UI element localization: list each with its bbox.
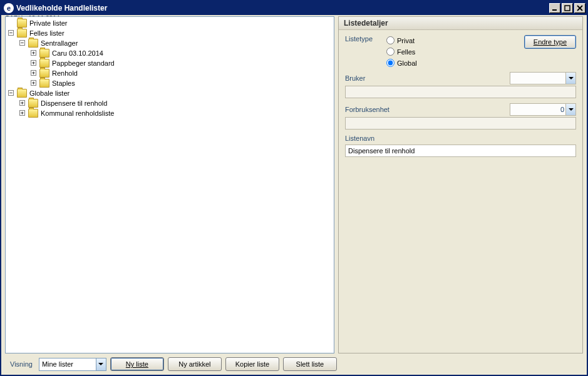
radio-global-input[interactable] bbox=[386, 59, 395, 67]
listenavn-label: Listenavn bbox=[345, 135, 576, 142]
forbruksenhet-select[interactable]: 0 bbox=[510, 103, 576, 116]
folder-icon bbox=[39, 59, 49, 68]
expander-icon[interactable]: + bbox=[19, 110, 25, 116]
minimize-button[interactable] bbox=[549, 3, 560, 13]
slett-liste-button[interactable]: Slett liste bbox=[283, 357, 337, 371]
listtype-label: Listetype bbox=[345, 35, 386, 68]
forbruksenhet-display bbox=[345, 117, 576, 130]
bruker-select[interactable] bbox=[510, 72, 576, 84]
bruker-display bbox=[345, 86, 576, 98]
tree-node-private-lister[interactable]: Private lister bbox=[6, 18, 334, 28]
details-panel-title: Listedetaljer bbox=[339, 17, 582, 30]
folder-icon bbox=[28, 109, 38, 118]
chevron-down-icon[interactable] bbox=[565, 73, 575, 84]
expander-icon[interactable]: + bbox=[19, 100, 25, 106]
titlebar: e Vedlikeholde Handlelister bbox=[1, 1, 587, 15]
tree-node-staples[interactable]: + Staples bbox=[6, 78, 334, 88]
folder-icon bbox=[39, 49, 49, 58]
kopier-liste-button[interactable]: Kopier liste bbox=[225, 357, 279, 371]
expander-icon[interactable]: + bbox=[31, 50, 36, 56]
tree: Private lister − Felles lister − Sentral… bbox=[6, 18, 334, 118]
expander-icon[interactable]: − bbox=[8, 90, 14, 96]
folder-icon bbox=[28, 39, 38, 48]
tree-node-kommunal[interactable]: + Kommunal renholdsliste bbox=[6, 108, 334, 118]
tree-panel[interactable]: Private lister − Felles lister − Sentral… bbox=[5, 16, 334, 353]
folder-icon bbox=[28, 99, 38, 108]
visning-label: Visning bbox=[10, 360, 33, 368]
content-area: Private lister − Felles lister − Sentral… bbox=[1, 23, 587, 355]
change-type-button[interactable]: Endre type bbox=[524, 35, 576, 49]
footer-toolbar: Visning Mine lister Ny liste Ny artikkel… bbox=[1, 355, 587, 375]
radio-global[interactable]: Global bbox=[386, 58, 417, 68]
tree-node-globale-lister[interactable]: − Globale lister bbox=[6, 88, 334, 98]
expander-icon[interactable]: − bbox=[19, 40, 25, 46]
details-panel: Listedetaljer Listetype Privat Felle bbox=[338, 16, 583, 353]
close-button[interactable] bbox=[574, 3, 585, 13]
svg-rect-0 bbox=[552, 9, 557, 11]
tree-node-felles-lister[interactable]: − Felles lister bbox=[6, 28, 334, 38]
svg-rect-1 bbox=[565, 6, 570, 11]
ny-artikkel-button[interactable]: Ny artikkel bbox=[168, 357, 222, 371]
radio-felles-input[interactable] bbox=[386, 48, 395, 56]
radio-felles[interactable]: Felles bbox=[386, 46, 417, 57]
tree-node-caru[interactable]: + Caru 03.10.2014 bbox=[6, 48, 334, 58]
tree-node-sentrallager[interactable]: − Sentrallager bbox=[6, 38, 334, 48]
window-buttons bbox=[548, 3, 585, 13]
tree-node-renhold[interactable]: + Renhold bbox=[6, 68, 334, 78]
app-icon: e bbox=[4, 3, 14, 13]
radio-privat-input[interactable] bbox=[386, 36, 395, 44]
window-title: Vedlikeholde Handlelister bbox=[16, 4, 545, 13]
folder-icon bbox=[17, 19, 27, 28]
expander-icon[interactable]: + bbox=[31, 80, 36, 86]
expander-icon[interactable]: − bbox=[8, 30, 14, 36]
chevron-down-icon[interactable] bbox=[565, 104, 575, 115]
forbruksenhet-label: Forbruksenhet bbox=[345, 106, 506, 113]
maximize-button[interactable] bbox=[562, 3, 573, 13]
tree-node-dispensere[interactable]: + Dispensere til renhold bbox=[6, 98, 334, 108]
tree-node-pappbeger[interactable]: + Pappbeger standard bbox=[6, 58, 334, 68]
expander-icon[interactable]: + bbox=[31, 60, 36, 66]
folder-icon bbox=[17, 89, 27, 98]
folder-icon bbox=[39, 69, 49, 78]
folder-icon bbox=[39, 79, 49, 88]
window: e Vedlikeholde Handlelister CARU - 10.11… bbox=[0, 0, 588, 376]
listtype-radio-group: Privat Felles Global bbox=[386, 35, 417, 68]
radio-privat[interactable]: Privat bbox=[386, 35, 417, 46]
listenavn-input[interactable] bbox=[345, 145, 576, 157]
ny-liste-button[interactable]: Ny liste bbox=[110, 357, 164, 371]
expander-icon[interactable]: + bbox=[31, 70, 36, 76]
chevron-down-icon[interactable] bbox=[96, 358, 106, 370]
folder-icon bbox=[17, 29, 27, 38]
visning-combo[interactable]: Mine lister bbox=[39, 358, 106, 371]
bruker-label: Bruker bbox=[345, 74, 506, 82]
